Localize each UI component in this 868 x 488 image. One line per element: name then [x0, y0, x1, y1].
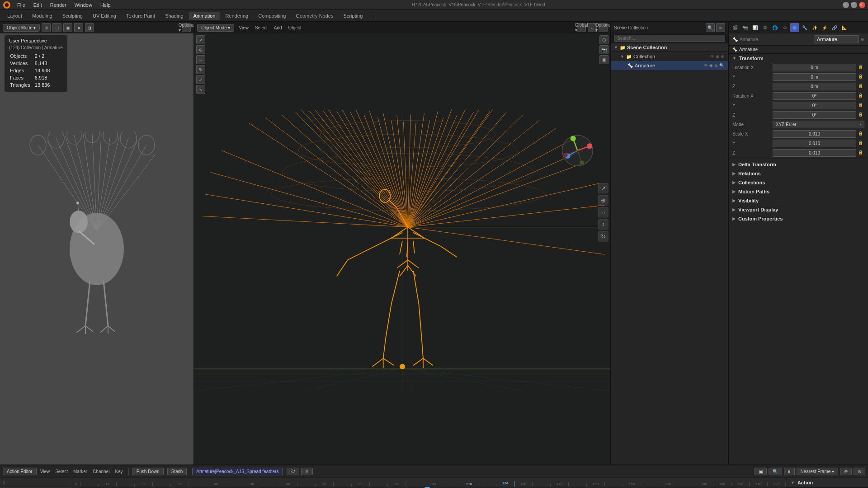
- view-camera-icon[interactable]: 📷: [599, 45, 609, 54]
- modifier-props-icon[interactable]: 🔧: [800, 23, 809, 32]
- menu-help[interactable]: Help: [97, 1, 114, 9]
- ae-options-1[interactable]: ▣: [755, 468, 767, 475]
- rotation-z-lock[interactable]: 🔒: [858, 112, 864, 118]
- transform-section-header[interactable]: ▼ Transform: [729, 54, 868, 63]
- rotation-x-lock[interactable]: 🔒: [858, 93, 864, 99]
- location-y-value[interactable]: 0 m: [773, 73, 856, 81]
- maximize-button[interactable]: □: [851, 2, 857, 8]
- object-props-icon[interactable]: 🔷: [790, 23, 799, 32]
- tab-modeling[interactable]: Modeling: [28, 12, 57, 20]
- scale-tool[interactable]: ⤢: [196, 75, 205, 84]
- scene-props-icon2[interactable]: 🌐: [770, 23, 779, 32]
- object-name-input[interactable]: [814, 35, 859, 43]
- global-icon[interactable]: ⊕: [42, 23, 51, 32]
- vp-shading-4[interactable]: ◑: [85, 23, 94, 32]
- tab-compositing[interactable]: Compositing: [254, 12, 290, 20]
- rotation-y-value[interactable]: 0°: [773, 102, 856, 109]
- ae-frame-type[interactable]: Nearest Frame ▾: [797, 468, 838, 475]
- scale-z-lock[interactable]: 🔒: [858, 150, 864, 156]
- menu-window[interactable]: Window: [71, 1, 96, 9]
- center-view-menu[interactable]: View: [237, 25, 250, 30]
- relations-section[interactable]: ▶ Relations: [729, 169, 868, 178]
- select-tool[interactable]: ↗: [196, 35, 205, 44]
- tab-rendering[interactable]: Rendering: [221, 12, 253, 20]
- ae-options-2[interactable]: ≡: [784, 468, 795, 475]
- outliner-search-input[interactable]: [614, 35, 725, 42]
- outliner-item-collection[interactable]: ▼ 📁 Collection 👁 ◉ ⊕: [611, 52, 728, 61]
- data-props-icon[interactable]: 📐: [840, 23, 849, 32]
- tab-shading[interactable]: Shading: [160, 12, 188, 20]
- collections-section[interactable]: ▶ Collections: [729, 178, 868, 187]
- action-editor-mode-btn[interactable]: Action Editor: [3, 468, 37, 475]
- ae-snap[interactable]: ⊕: [840, 468, 852, 475]
- rotate-tool[interactable]: ↻: [196, 65, 205, 74]
- armature-select-icon[interactable]: ⊕: [714, 63, 718, 68]
- custom-properties-section[interactable]: ▶ Custom Properties: [729, 214, 868, 223]
- transform-tool[interactable]: ⤡: [196, 85, 205, 94]
- scene-props-icon[interactable]: 🎬: [731, 23, 740, 32]
- armature-render-icon[interactable]: ◉: [709, 63, 713, 68]
- center-mode-btn[interactable]: Object Mode ▾: [197, 24, 234, 32]
- location-x-lock[interactable]: 🔒: [858, 65, 864, 71]
- location-z-value[interactable]: 0 m: [773, 83, 856, 90]
- output-props-icon[interactable]: 📊: [750, 23, 760, 32]
- tab-uv-editing[interactable]: UV Editing: [88, 12, 121, 20]
- constraints-props-icon[interactable]: 🔗: [830, 23, 839, 32]
- tab-sculpting[interactable]: Sculpting: [58, 12, 87, 20]
- action-unlink[interactable]: ✕: [301, 468, 313, 475]
- select-icon[interactable]: ⊕: [721, 54, 724, 59]
- render-icon[interactable]: ◉: [716, 54, 719, 59]
- center-3d-viewport[interactable]: Object Mode ▾ View Select Add Object Glo…: [194, 22, 610, 465]
- armature-filter-icon[interactable]: 🔍: [719, 63, 724, 68]
- ae-marker-menu[interactable]: Marker: [71, 469, 89, 474]
- scale-x-value[interactable]: 0.010: [773, 130, 856, 138]
- ae-key-menu[interactable]: Key: [113, 469, 124, 474]
- scale-z-value[interactable]: 0.010: [773, 149, 856, 157]
- armature-eye-icon[interactable]: 👁: [704, 63, 708, 68]
- tab-scripting[interactable]: Scripting: [339, 12, 367, 20]
- rotation-z-value[interactable]: 0°: [773, 111, 856, 119]
- action-fake-user[interactable]: 🛡: [287, 468, 299, 475]
- outliner-options[interactable]: ≡: [716, 23, 725, 32]
- render-props-icon[interactable]: 📷: [741, 23, 750, 32]
- ae-proportional[interactable]: ⊙: [854, 468, 865, 475]
- rotation-x-value[interactable]: 0°: [773, 92, 856, 100]
- options-button[interactable]: Options ▾: [182, 23, 191, 32]
- vp-shading-2[interactable]: ◉: [63, 23, 72, 32]
- ae-select-menu[interactable]: Select: [53, 469, 70, 474]
- location-y-lock[interactable]: 🔒: [858, 74, 864, 80]
- delta-transform-section[interactable]: ▶ Delta Transform: [729, 160, 868, 169]
- tab-animation[interactable]: Animation: [189, 12, 220, 20]
- outliner-filter[interactable]: 🔍: [706, 23, 715, 32]
- vp-shading-1[interactable]: □: [52, 23, 61, 32]
- center-object-menu[interactable]: Object: [287, 25, 303, 30]
- menu-file[interactable]: File: [14, 1, 29, 9]
- object-mode-dropdown[interactable]: Object Mode ▾: [3, 24, 40, 32]
- visibility-section[interactable]: ▶ Visibility: [729, 196, 868, 205]
- tab-geometry-nodes[interactable]: Geometry Nodes: [291, 12, 338, 20]
- ae-filter-btn[interactable]: 🔍: [769, 468, 782, 475]
- menu-render[interactable]: Render: [47, 1, 70, 9]
- close-button[interactable]: ✕: [859, 2, 865, 8]
- location-x-value[interactable]: 0 m: [773, 64, 856, 71]
- rotation-y-lock[interactable]: 🔒: [858, 103, 864, 109]
- minimize-button[interactable]: ─: [843, 2, 849, 8]
- tab-add[interactable]: +: [368, 12, 380, 20]
- scale-x-lock[interactable]: 🔒: [858, 131, 864, 137]
- ae-view-menu[interactable]: View: [38, 469, 52, 474]
- tab-layout[interactable]: Layout: [3, 12, 27, 20]
- ae-channel-menu[interactable]: Channel: [91, 469, 111, 474]
- scale-y-lock[interactable]: 🔒: [858, 141, 864, 147]
- view-render-icon[interactable]: ▣: [599, 55, 609, 64]
- motion-paths-section[interactable]: ▶ Motion Paths: [729, 187, 868, 196]
- center-add-menu[interactable]: Add: [272, 25, 284, 30]
- scale-y-value[interactable]: 0.010: [773, 140, 856, 147]
- left-3d-viewport[interactable]: Object Mode ▾ ⊕ □ ◉ ● ◑ Options ▾: [0, 22, 193, 465]
- vp-shading-3[interactable]: ●: [74, 23, 83, 32]
- view-3d-icon[interactable]: ⬡: [599, 35, 609, 44]
- eye-icon[interactable]: 👁: [710, 54, 714, 59]
- push-down-btn[interactable]: Push Down: [132, 468, 164, 475]
- world-props-icon[interactable]: ⚙: [780, 23, 789, 32]
- location-z-lock[interactable]: 🔒: [858, 84, 864, 90]
- outliner-item-armature[interactable]: 🦴 Armature 👁 ◉ ⊕ 🔍: [611, 61, 728, 70]
